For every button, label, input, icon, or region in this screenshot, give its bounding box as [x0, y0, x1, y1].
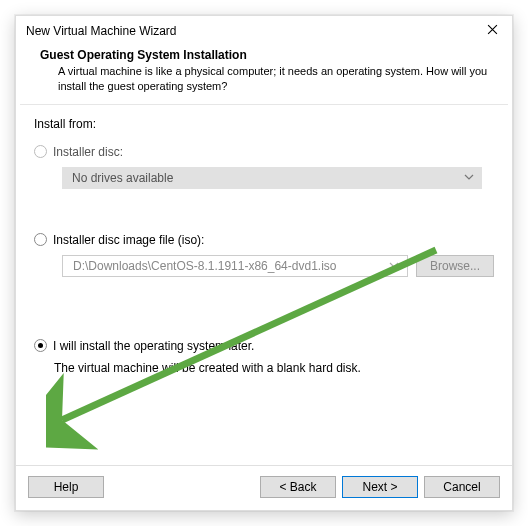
radio-installer-disc-label: Installer disc: [53, 145, 123, 159]
browse-button[interactable]: Browse... [416, 255, 494, 277]
close-button[interactable] [480, 19, 504, 43]
radio-iso[interactable] [34, 233, 47, 246]
wizard-header: Guest Operating System Installation A vi… [16, 46, 512, 104]
install-from-label: Install from: [34, 117, 494, 131]
disc-drive-dropdown[interactable]: No drives available [62, 167, 482, 189]
radio-installer-disc-row: Installer disc: [34, 145, 494, 159]
help-button[interactable]: Help [28, 476, 104, 498]
window-title: New Virtual Machine Wizard [26, 24, 177, 38]
chevron-down-icon [464, 171, 474, 185]
titlebar: New Virtual Machine Wizard [16, 16, 512, 46]
header-description: A virtual machine is like a physical com… [40, 62, 488, 94]
wizard-dialog: New Virtual Machine Wizard Guest Operati… [15, 15, 513, 511]
radio-installer-disc[interactable] [34, 145, 47, 158]
radio-iso-row: Installer disc image file (iso): [34, 233, 494, 247]
cancel-button[interactable]: Cancel [424, 476, 500, 498]
disc-drive-value: No drives available [72, 171, 173, 185]
iso-path-value: D:\Downloads\CentOS-8.1.1911-x86_64-dvd1… [73, 259, 336, 273]
back-button[interactable]: < Back [260, 476, 336, 498]
wizard-content: Install from: Installer disc: No drives … [16, 105, 512, 465]
next-button[interactable]: Next > [342, 476, 418, 498]
iso-path-dropdown[interactable]: D:\Downloads\CentOS-8.1.1911-x86_64-dvd1… [62, 255, 408, 277]
option-installer-disc: Installer disc: No drives available [34, 145, 494, 189]
radio-install-later[interactable] [34, 339, 47, 352]
radio-install-later-row: I will install the operating system late… [34, 339, 494, 353]
chevron-down-icon [389, 259, 399, 273]
option-iso: Installer disc image file (iso): D:\Down… [34, 233, 494, 277]
browse-button-label: Browse... [430, 259, 480, 273]
wizard-footer: Help < Back Next > Cancel [16, 465, 512, 510]
header-title: Guest Operating System Installation [40, 48, 488, 62]
next-button-label: Next > [362, 480, 397, 494]
back-button-label: < Back [279, 480, 316, 494]
iso-path-row: D:\Downloads\CentOS-8.1.1911-x86_64-dvd1… [34, 255, 494, 277]
option-install-later: I will install the operating system late… [34, 339, 494, 375]
help-button-label: Help [54, 480, 79, 494]
cancel-button-label: Cancel [443, 480, 480, 494]
radio-iso-label: Installer disc image file (iso): [53, 233, 204, 247]
install-later-description: The virtual machine will be created with… [54, 361, 494, 375]
radio-install-later-label: I will install the operating system late… [53, 339, 254, 353]
close-icon [487, 24, 498, 38]
